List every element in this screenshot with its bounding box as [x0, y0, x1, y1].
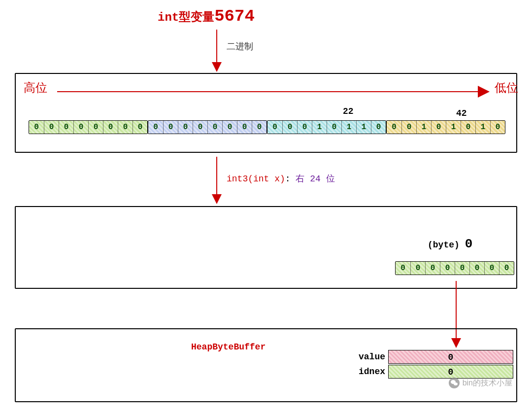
index-cell: 0: [388, 365, 513, 379]
bit: 0: [327, 121, 341, 134]
high-bit-label: 高位: [24, 80, 47, 96]
value-label: value: [356, 352, 388, 362]
bit: 0: [222, 121, 237, 134]
bit: 1: [416, 121, 431, 134]
bit: 1: [312, 121, 327, 134]
bit: 0: [401, 121, 416, 134]
byte-value-42: 42: [456, 108, 467, 118]
bit: 0: [44, 121, 59, 134]
arrow-right-icon: [57, 87, 491, 99]
bit: 0: [455, 262, 469, 275]
bit: 0: [387, 121, 401, 134]
bit: 0: [469, 262, 484, 275]
bit: 0: [267, 121, 282, 134]
bit: 0: [297, 121, 312, 134]
bit: 0: [431, 121, 446, 134]
bit: 0: [499, 262, 514, 275]
bit: 0: [133, 121, 147, 134]
cast-label: (byte) 0: [428, 237, 472, 251]
bit: 1: [446, 121, 461, 134]
bit: 0: [490, 121, 505, 134]
bit: 0: [88, 121, 103, 134]
bit-row: 00000000 00000000 00010110 00101010: [29, 120, 505, 134]
cast-text: (byte): [428, 240, 460, 250]
wechat-icon: [449, 378, 460, 388]
byte-value-22: 22: [343, 106, 354, 116]
bit: 0: [396, 262, 410, 275]
heap-buffer-label: HeapByteBuffer: [191, 342, 266, 352]
watermark: bin的技术小屋: [449, 378, 512, 388]
operation-label: int3(int x): 右 24 位: [227, 173, 335, 184]
bit: 0: [461, 121, 475, 134]
watermark-text: bin的技术小屋: [463, 378, 512, 388]
bit: 0: [59, 121, 73, 134]
byte-0: 00101010: [386, 120, 505, 134]
bit: 0: [163, 121, 178, 134]
bit: 0: [29, 121, 44, 134]
bit: 0: [425, 262, 440, 275]
bit: 1: [341, 121, 356, 134]
value-cell: 0: [388, 350, 513, 364]
low-bit-label: 低位: [495, 80, 518, 96]
title-prefix: int型变量: [158, 11, 214, 24]
bit: 0: [282, 121, 297, 134]
bit: 0: [237, 121, 252, 134]
byte-1: 00010110: [267, 120, 386, 134]
table-row: idnex 0: [356, 365, 513, 379]
bit: 0: [371, 121, 386, 134]
result-byte-row: 00000000: [395, 261, 514, 275]
bit: 1: [356, 121, 371, 134]
binary-label: 二进制: [227, 40, 253, 52]
result-byte: 00000000: [395, 261, 514, 275]
buffer-table: value 0 idnex 0: [356, 350, 513, 380]
bit: 0: [148, 121, 163, 134]
bit: 0: [252, 121, 266, 134]
bit: 0: [193, 121, 207, 134]
bit: 0: [440, 262, 455, 275]
byte-3: 00000000: [29, 120, 148, 134]
bit: 0: [103, 121, 118, 134]
op-desc: 右 24 位: [296, 174, 334, 184]
bit: 0: [118, 121, 133, 134]
bit: 0: [178, 121, 193, 134]
binary-representation-box: [15, 73, 517, 153]
table-row: value 0: [356, 350, 513, 364]
bit: 0: [410, 262, 425, 275]
index-label: idnex: [356, 367, 388, 377]
bit: 1: [475, 121, 490, 134]
op-colon: :: [285, 174, 291, 184]
bit: 0: [484, 262, 499, 275]
arrow-down-icon: [212, 30, 222, 74]
cast-value: 0: [465, 237, 473, 251]
diagram-title: int型变量5674: [158, 7, 255, 26]
title-value: 5674: [214, 7, 255, 26]
byte-2: 00000000: [148, 120, 267, 134]
bit: 0: [73, 121, 88, 134]
op-func: int3(int x): [227, 174, 285, 184]
arrow-down-icon: [212, 157, 222, 207]
bit: 0: [207, 121, 222, 134]
